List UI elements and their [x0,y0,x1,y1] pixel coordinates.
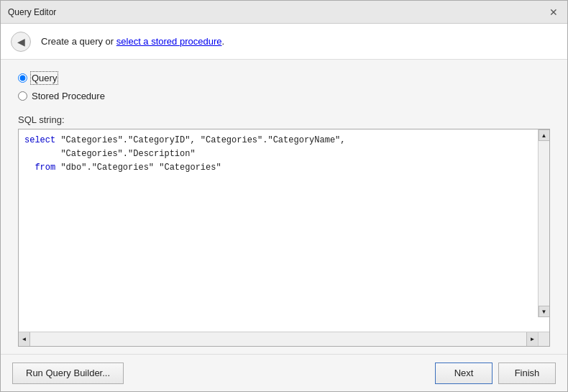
run-query-builder-button[interactable]: Run Query Builder... [12,363,124,384]
dialog-title: Query Editor [8,7,56,17]
back-button[interactable]: ◀ [11,32,31,52]
close-button[interactable]: ✕ [547,6,560,19]
stored-procedure-radio-label: Stored Procedure [32,91,105,101]
nav-description: Create a query or select a stored proced… [41,36,224,47]
sql-string-label: SQL string: [18,114,550,125]
stored-procedure-radio[interactable] [18,91,27,101]
query-radio[interactable] [18,73,27,83]
next-button[interactable]: Next [435,363,493,384]
scroll-right-arrow[interactable]: ► [526,332,538,346]
sql-editor-container: select "Categories"."CategoryID", "Categ… [18,129,550,347]
query-editor-dialog: Query Editor ✕ ◀ Create a query or selec… [0,0,568,392]
query-radio-label: Query [32,73,57,83]
scrollbar-corner [538,332,549,347]
stored-procedure-link[interactable]: select a stored procedure [116,36,222,47]
sql-display[interactable]: select "Categories"."CategoryID", "Categ… [19,129,549,180]
query-radio-item[interactable]: Query [18,73,550,83]
footer-left: Run Query Builder... [12,363,124,384]
footer: Run Query Builder... Next Finish [1,354,567,391]
scroll-up-arrow[interactable]: ▲ [539,129,550,141]
horizontal-scrollbar: ◄ ► [19,332,538,346]
horizontal-scrollbar-container: ◄ ► [19,332,549,346]
scroll-left-arrow[interactable]: ◄ [19,332,30,346]
radio-group: Query Stored Procedure [18,73,550,101]
stored-procedure-radio-item[interactable]: Stored Procedure [18,91,550,101]
title-bar: Query Editor ✕ [1,1,567,24]
scroll-down-arrow[interactable]: ▼ [539,306,550,317]
finish-button[interactable]: Finish [498,363,556,384]
nav-bar: ◀ Create a query or select a stored proc… [1,24,567,60]
content-area: Query Stored Procedure SQL string: selec… [1,60,567,354]
vertical-scrollbar: ▲ ▼ [538,129,549,317]
scrollbar-track-h[interactable] [30,332,526,346]
footer-right: Next Finish [435,363,556,384]
